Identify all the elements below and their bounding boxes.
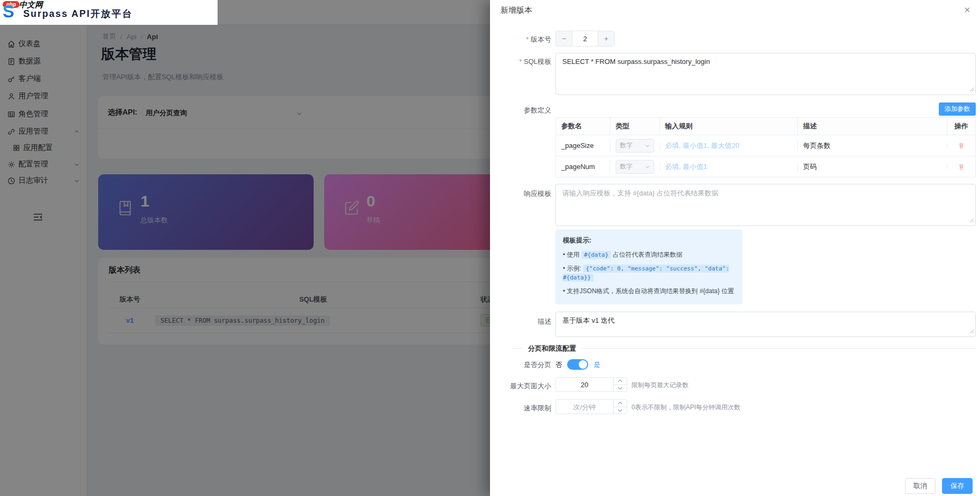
- sql-template-field: SELECT * FROM surpass.surpass_history_lo…: [555, 53, 976, 95]
- params-label: 参数定义: [490, 106, 551, 115]
- app-logo: php 中文网 S Surpass API开放平台: [0, 0, 218, 25]
- drawer-title: 新增版本: [501, 5, 532, 15]
- version-number-label: 版本号: [490, 35, 551, 44]
- response-template-label: 响应模板: [490, 189, 551, 199]
- app-root: 仪表盘 数据源 客户端 用户管理 角色管理 应用管理 应用配置: [0, 0, 980, 496]
- max-page-size-input[interactable]: [556, 378, 613, 391]
- param-col-action: 操作: [947, 118, 975, 135]
- decrease-button[interactable]: −: [556, 31, 572, 46]
- hint-line-1: • 使用 #{data} 占位符代表查询结果数据: [563, 250, 735, 259]
- response-template-field: [555, 184, 976, 226]
- logo-letter: S: [3, 1, 14, 22]
- pagination-label: 是否分页: [490, 360, 551, 370]
- params-header-row: 参数名 类型 输入规则 描述 操作: [556, 118, 975, 135]
- add-param-button[interactable]: 添加参数: [939, 102, 976, 116]
- sql-template-label: SQL模板: [490, 57, 551, 67]
- param-rule-input[interactable]: [665, 142, 792, 149]
- param-type-select[interactable]: 数字: [616, 139, 654, 153]
- sql-template-textarea[interactable]: SELECT * FROM surpass.surpass_history_lo…: [555, 53, 976, 95]
- code-chip: {"code": 0, "message": "success", "data"…: [563, 265, 729, 282]
- param-desc[interactable]: 页码: [797, 162, 947, 172]
- toggle-off-label: 否: [555, 360, 562, 370]
- app-title: Surpass API开放平台: [23, 7, 133, 20]
- param-col-type: 类型: [610, 118, 659, 135]
- param-desc[interactable]: 每页条数: [797, 141, 947, 151]
- max-page-size-hint: 限制每页最大记录数: [632, 381, 689, 390]
- rate-limit-input[interactable]: [556, 400, 613, 414]
- chevron-down-icon: [645, 164, 650, 170]
- cancel-button[interactable]: 取消: [905, 478, 936, 494]
- step-up-icon[interactable]: [614, 378, 627, 385]
- code-chip: #{data}: [581, 251, 611, 259]
- step-down-icon[interactable]: [614, 407, 627, 414]
- params-table: 参数名 类型 输入规则 描述 操作 _pageSize 数字 每页条数 _pag…: [555, 117, 976, 177]
- delete-icon[interactable]: [958, 163, 965, 170]
- step-down-icon[interactable]: [614, 385, 627, 392]
- param-row: _pageNum 数字 页码: [556, 156, 975, 177]
- number-stepper-controls: [613, 400, 627, 414]
- resize-grip-icon[interactable]: [969, 217, 974, 224]
- drawer-footer: 取消 保存: [905, 478, 973, 494]
- param-col-rule: 输入规则: [659, 118, 797, 135]
- version-number-stepper: − +: [555, 31, 615, 46]
- response-template-textarea[interactable]: [555, 184, 976, 226]
- increase-button[interactable]: +: [598, 31, 614, 46]
- max-page-size-label: 最大页面大小: [490, 381, 551, 391]
- hint-title: 模板提示:: [563, 236, 735, 245]
- save-button[interactable]: 保存: [942, 478, 973, 494]
- param-name: _pageNum: [556, 163, 610, 171]
- delete-icon[interactable]: [958, 142, 965, 149]
- section-title: 分页和限流配置: [523, 344, 581, 353]
- number-stepper-controls: [613, 378, 627, 391]
- description-label: 描述: [490, 317, 551, 326]
- hint-line-3: • 支持JSON格式，系统会自动将查询结果替换到 #{data} 位置: [563, 287, 735, 295]
- resize-grip-icon[interactable]: [969, 327, 974, 335]
- param-col-name: 参数名: [556, 118, 610, 135]
- hint-line-2: • 示例: {"code": 0, "message": "success", …: [563, 264, 735, 282]
- param-col-desc: 描述: [797, 118, 947, 135]
- toggle-on-label: 是: [593, 360, 600, 370]
- section-divider: [512, 348, 976, 349]
- param-row: _pageSize 数字 每页条数: [556, 135, 975, 156]
- param-rule-input[interactable]: [665, 163, 792, 171]
- param-type-select[interactable]: 数字: [616, 160, 654, 174]
- param-name: _pageSize: [556, 142, 610, 149]
- add-version-drawer: 新增版本 ✕ 版本号 − + SQL模板 SELECT * FROM surpa…: [490, 0, 980, 496]
- template-hint-box: 模板提示: • 使用 #{data} 占位符代表查询结果数据 • 示例: {"c…: [555, 229, 742, 304]
- max-page-size-field: [555, 377, 627, 392]
- toggle-knob: [579, 360, 587, 369]
- resize-grip-icon[interactable]: [969, 86, 974, 93]
- rate-limit-hint: 0表示不限制，限制API每分钟调用次数: [632, 403, 740, 412]
- pagination-toggle[interactable]: [567, 359, 588, 370]
- description-field: 基于版本 v1 迭代: [555, 312, 976, 337]
- description-textarea[interactable]: 基于版本 v1 迭代: [555, 312, 976, 337]
- rate-limit-label: 速率限制: [490, 404, 551, 413]
- version-number-input[interactable]: [572, 31, 598, 46]
- rate-limit-field: [555, 399, 627, 414]
- close-icon[interactable]: ✕: [963, 4, 972, 16]
- step-up-icon[interactable]: [614, 400, 627, 407]
- chevron-down-icon: [645, 143, 650, 148]
